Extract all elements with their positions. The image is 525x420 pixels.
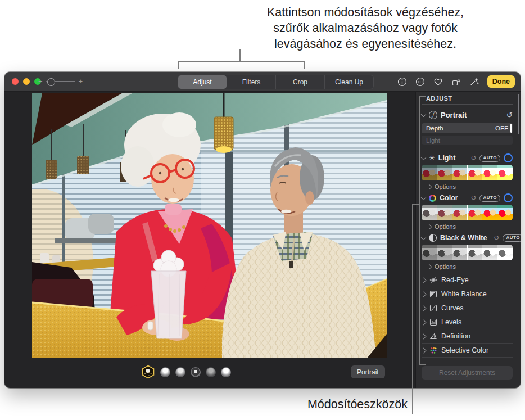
section-light-header[interactable]: ☀ Light ↺ AUTO	[422, 154, 513, 162]
row-white-balance[interactable]: White Balance	[422, 287, 513, 301]
row-noise-reduction[interactable]: Noise Reduction	[422, 357, 513, 361]
black-white-icon	[429, 234, 437, 242]
lighting-sphere-icon[interactable]	[160, 367, 170, 377]
color-thumb[interactable]	[467, 205, 482, 220]
minimize-button[interactable]	[23, 78, 30, 85]
black-white-thumbnail-strip[interactable]	[422, 245, 513, 260]
adjust-sidebar: ADJUST ƒ Portrait ↺ Depth OFF Light	[415, 92, 521, 388]
zoom-slider-track[interactable]	[46, 81, 75, 82]
color-thumb[interactable]	[482, 205, 497, 220]
color-thumbnail-strip[interactable]	[422, 205, 513, 220]
done-button[interactable]: Done	[487, 75, 515, 88]
auto-button[interactable]: AUTO	[479, 195, 500, 202]
edited-photo	[32, 93, 387, 358]
tab-clean-up[interactable]: Clean Up	[324, 75, 373, 89]
lighting-sphere-icon[interactable]	[191, 367, 201, 377]
light-thumb[interactable]	[452, 165, 467, 180]
lighting-sphere-icon[interactable]	[221, 367, 231, 377]
section-black-white-label: Black & White	[440, 234, 487, 242]
zoom-in-icon[interactable]: +	[79, 77, 83, 86]
undo-icon[interactable]: ↺	[470, 195, 476, 202]
light-thumb[interactable]	[497, 165, 513, 180]
color-thumb[interactable]	[497, 205, 513, 220]
color-wheel-icon	[429, 195, 436, 202]
auto-button[interactable]: AUTO	[479, 155, 500, 162]
section-color-header[interactable]: Color ↺ AUTO	[422, 194, 513, 202]
chevron-right-icon	[427, 184, 432, 189]
bw-thumb[interactable]	[497, 245, 513, 260]
sidebar-scrollbar[interactable]	[518, 94, 519, 134]
row-red-eye[interactable]: Red-Eye	[422, 273, 513, 287]
callout-line-3: levágásához és egyenesítéséhez.	[225, 36, 506, 52]
zoom-slider-knob[interactable]	[47, 78, 55, 86]
tab-crop[interactable]: Crop	[275, 75, 324, 89]
row-definition[interactable]: Definition	[422, 329, 513, 343]
depth-slider-handle[interactable]	[510, 124, 512, 133]
reset-adjustments-button[interactable]: Reset Adjustments	[422, 366, 513, 380]
row-label: Curves	[441, 304, 464, 312]
section-portrait-header[interactable]: ƒ Portrait ↺	[422, 110, 513, 119]
red-eye-icon	[429, 276, 437, 284]
undo-icon[interactable]: ↺	[506, 111, 513, 119]
enable-toggle-circle[interactable]	[504, 193, 513, 202]
black-white-options-row[interactable]: Options	[427, 263, 513, 270]
portrait-aperture-icon: ƒ	[429, 111, 437, 119]
curves-icon	[429, 304, 437, 312]
screenshot-stage: Kattintson módosítások végzéséhez, szűrő…	[0, 0, 525, 420]
color-options-row[interactable]: Options	[427, 223, 513, 230]
row-levels[interactable]: Levels	[422, 315, 513, 329]
natural-light-hexagon-icon[interactable]	[141, 365, 155, 379]
enable-toggle-circle[interactable]	[504, 153, 513, 162]
rotate-icon[interactable]	[451, 77, 461, 87]
light-thumb[interactable]	[467, 165, 482, 180]
row-curves[interactable]: Curves	[422, 301, 513, 315]
close-button[interactable]	[12, 78, 19, 85]
undo-icon[interactable]: ↺	[470, 155, 476, 162]
auto-enhance-icon[interactable]	[469, 77, 479, 87]
bw-thumb[interactable]	[437, 245, 452, 260]
lighting-sphere-icon[interactable]	[206, 367, 216, 377]
bw-thumb[interactable]	[452, 245, 467, 260]
callout-top-text: Kattintson módosítások végzéséhez, szűrő…	[225, 4, 506, 52]
light-thumbnail-strip[interactable]	[422, 165, 513, 180]
photos-window: − + Adjust Filters Crop Clean Up	[4, 72, 521, 388]
depth-slider[interactable]: Depth OFF	[422, 123, 513, 133]
sun-icon: ☀	[429, 155, 435, 161]
options-label: Options	[435, 223, 456, 230]
color-thumb[interactable]	[452, 205, 467, 220]
toolbar-right-icons: Done	[397, 72, 515, 91]
auto-button[interactable]: AUTO	[503, 234, 521, 242]
lighting-sphere-icon[interactable]	[175, 367, 185, 377]
light-thumb[interactable]	[482, 165, 497, 180]
undo-icon[interactable]: ↺	[494, 234, 499, 242]
portrait-light-row[interactable]: Light	[422, 136, 513, 145]
bw-thumb[interactable]	[467, 245, 482, 260]
callout-line-2: szűrők alkalmazásához vagy fotók	[225, 20, 506, 36]
portrait-badge[interactable]: Portrait	[351, 365, 385, 378]
callout-top-stem	[239, 49, 241, 62]
traffic-lights	[12, 78, 41, 85]
color-thumb[interactable]	[437, 205, 452, 220]
light-thumb[interactable]	[437, 165, 452, 180]
tab-adjust[interactable]: Adjust	[178, 75, 227, 89]
tab-filters[interactable]: Filters	[227, 75, 275, 89]
section-portrait-label: Portrait	[441, 111, 467, 119]
white-balance-icon	[429, 290, 437, 298]
section-divider	[422, 150, 513, 150]
row-label: Levels	[441, 318, 461, 326]
bw-thumb[interactable]	[482, 245, 497, 260]
edit-mode-segmented-control: Adjust Filters Crop Clean Up	[178, 75, 374, 89]
light-options-row[interactable]: Options	[427, 183, 513, 190]
zoom-out-icon[interactable]: −	[38, 77, 43, 86]
favorite-icon[interactable]	[433, 77, 443, 87]
info-icon[interactable]	[397, 77, 407, 87]
adjust-scroll-area[interactable]: ADJUST ƒ Portrait ↺ Depth OFF Light	[416, 92, 521, 361]
portrait-light-label: Light	[426, 137, 440, 144]
row-selective-color[interactable]: Selective Color	[422, 343, 513, 357]
definition-icon	[429, 332, 437, 340]
more-icon[interactable]	[415, 77, 425, 87]
callout-line-1: Kattintson módosítások végzéséhez,	[225, 4, 506, 20]
portrait-lighting-selector	[141, 365, 231, 379]
section-black-white-header[interactable]: Black & White ↺ AUTO	[422, 234, 513, 242]
row-label: Noise Reduction	[441, 360, 493, 361]
